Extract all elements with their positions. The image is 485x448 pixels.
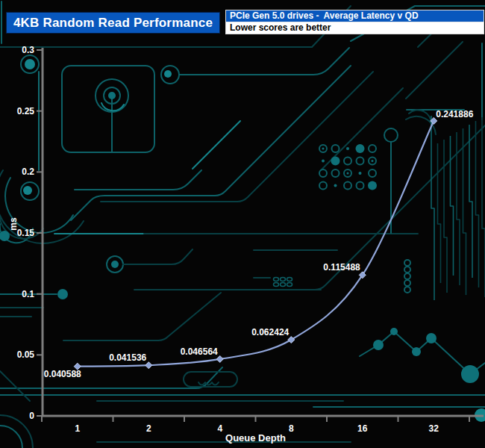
x-tick-label: 1 — [75, 423, 80, 434]
y-tick-label: 0.1 — [22, 289, 34, 299]
chart-title: 4KB Random Read Performance — [13, 16, 213, 31]
x-tick-label: 8 — [289, 423, 294, 434]
y-tick-label: 0 — [29, 411, 34, 421]
y-tick-label: 0.15 — [17, 228, 35, 238]
chart-title-bar: 4KB Random Read Performance — [6, 12, 220, 34]
data-point-label: 0.062424 — [251, 327, 289, 337]
y-axis-title: ms — [8, 217, 19, 231]
x-tick-label: 32 — [429, 423, 439, 434]
y-tick-label: 0.25 — [17, 106, 35, 116]
x-axis-title: Queue Depth — [225, 432, 286, 444]
chart-note: Lower scores are better — [226, 22, 484, 34]
y-tick-label: 0.3 — [22, 45, 34, 55]
x-tick-label: 16 — [357, 423, 368, 434]
y-tick-label: 0.2 — [22, 167, 34, 177]
x-tick-label: 4 — [217, 423, 222, 434]
data-point-label: 0.115488 — [323, 262, 360, 273]
data-point-label: 0.046564 — [181, 346, 218, 357]
chart-subtitle: PCIe Gen 5.0 drives - Average Latency v … — [226, 10, 484, 22]
data-point-label: 0.041536 — [109, 352, 146, 363]
data-point-label: 0.241886 — [436, 109, 473, 119]
chart-subtitle-box: PCIe Gen 5.0 drives - Average Latency v … — [225, 10, 484, 34]
x-tick-label: 2 — [146, 423, 151, 434]
benchmark-chart-screenshot: 00.050.10.150.20.250.312481632msQueue De… — [0, 0, 485, 448]
latency-line-chart: 00.050.10.150.20.250.312481632msQueue De… — [0, 0, 485, 448]
data-point-label: 0.040588 — [44, 369, 81, 379]
y-tick-label: 0.05 — [17, 349, 35, 360]
